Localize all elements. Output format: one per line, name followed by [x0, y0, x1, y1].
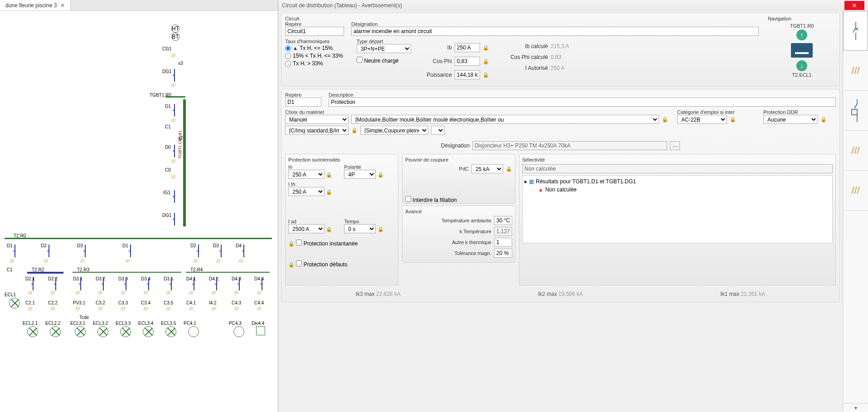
lock-icon: 🔒 [483, 72, 489, 78]
harm-gt33-radio[interactable] [285, 61, 291, 67]
interdire-checkbox[interactable] [405, 196, 411, 202]
close-button[interactable]: ✕ [844, 1, 864, 10]
choix1-select[interactable]: Manuel [285, 115, 349, 124]
harmonics-radio-group: ▲ Tx H. <= 15% 15% < Tx H. <= 33% Tx H. … [285, 44, 343, 68]
pouvoir-panel: Pouvoir de coupure PdC25 kA🔒 Interdire l… [402, 154, 515, 204]
title-bar: Circuit de distribution (Tableau) - Aver… [278, 0, 868, 11]
tool-breaker-icon[interactable]: ✕ [843, 11, 868, 51]
dg1-label: DG1 [162, 69, 172, 74]
tree-item[interactable]: ▸▦Résultats pour TGBT1.D1 et TGBT1.DG1 [524, 177, 830, 186]
inst-checkbox[interactable] [296, 240, 302, 245]
device-designation-display [472, 141, 667, 150]
designation-browse-button[interactable]: … [670, 141, 680, 150]
type-depart-select[interactable]: 3P+N+PE [357, 44, 411, 53]
autre-k-input[interactable] [494, 238, 512, 247]
device-repere-input[interactable] [285, 98, 321, 107]
selectivity-panel: Sélectivité ▸▦Résultats pour TGBT1.D1 et… [519, 154, 836, 285]
document-tab[interactable]: dune fleurie piscine 3 ✕ [0, 0, 71, 10]
svg-line-5 [854, 104, 857, 108]
lock-icon: 🔒 [288, 262, 295, 267]
ddr-select[interactable]: Aucune [763, 115, 818, 124]
device-description-input[interactable] [329, 98, 836, 107]
tab-bar: dune fleurie piscine 3 ✕ [0, 0, 278, 11]
selectivity-status [522, 164, 833, 173]
protection-panel: Protection surintensités In250 A 🔒 Polar… [285, 154, 398, 285]
lock-icon: 🔒 [662, 117, 668, 123]
nav-down-button[interactable]: ↓ [796, 60, 807, 71]
choix4b-select[interactable]: [] [431, 126, 445, 135]
tree-item[interactable]: ▲Non calculée [524, 186, 830, 194]
tempo-select[interactable]: 0 s [344, 224, 376, 233]
puissance-input[interactable] [455, 70, 480, 79]
temp-input[interactable] [494, 216, 512, 225]
cosphi-input[interactable] [455, 57, 480, 66]
lock-icon: 🔒 [378, 172, 384, 177]
tool-combo-icon[interactable] [843, 91, 868, 131]
tool-cable-icon[interactable]: /// [843, 51, 868, 91]
nav-up-button[interactable]: ↑ [796, 29, 807, 40]
tab-label: dune fleurie piscine 3 [5, 2, 57, 9]
choix2-select[interactable]: [Modulaire,Boîtier moulé,Boîtier moulé é… [351, 115, 659, 124]
scroll-down-icon[interactable]: ▾ [843, 403, 868, 412]
lock-icon: 🔒 [483, 59, 489, 64]
svg-text:✕: ✕ [854, 26, 859, 32]
choix3-select[interactable]: [C/Img standard,B/Img [285, 126, 349, 135]
tool-cable3-icon[interactable]: /// [843, 171, 868, 211]
diagram-panel: dune fleurie piscine 3 ✕ HT BT CG1 x3 //… [0, 0, 278, 412]
ith-select[interactable]: 250 A [288, 187, 325, 196]
svg-rect-6 [852, 109, 857, 115]
lock-icon: 🔒 [351, 128, 358, 133]
neutre-charge-checkbox[interactable] [357, 57, 363, 63]
window-title: Circuit de distribution (Tableau) - Aver… [282, 2, 844, 9]
transformer-bt: BT [171, 33, 179, 41]
navigation-box: Navigation TGBT1.R0 ↑ ↓ T2.ECL1 [768, 16, 836, 83]
lock-icon: 🔒 [326, 189, 332, 195]
lock-icon: 🔒 [378, 226, 384, 232]
cg1-label: CG1 [162, 46, 172, 51]
choix4-select[interactable]: [Simple,Coupure pleinement [360, 126, 428, 135]
tgbt-circuit-label: TGBT1 Circuit1 [178, 130, 182, 158]
electrical-diagram[interactable]: HT BT CG1 x3 /// DG1 /// TGBT1.R0 TGBT1 … [0, 11, 278, 412]
harm-15-radio[interactable] [285, 45, 291, 51]
device-section: Repère Description Choix du matériel Man… [281, 89, 840, 302]
avance-panel: Avancé Température ambiante k Températur… [402, 206, 515, 263]
lock-icon: 🔒 [326, 226, 332, 232]
k-display [494, 227, 512, 236]
ib-input[interactable] [455, 43, 480, 52]
categorie-select[interactable]: AC-22B [677, 115, 727, 124]
tol-input[interactable] [494, 249, 512, 258]
lock-icon: 🔒 [288, 241, 295, 246]
lock-icon: 🔒 [820, 117, 827, 123]
x3-label: x3 [178, 61, 183, 66]
defauts-checkbox[interactable] [296, 260, 302, 266]
lock-icon: 🔒 [506, 166, 512, 172]
harm-33-radio[interactable] [285, 53, 291, 59]
properties-panel: Circuit de distribution (Tableau) - Aver… [278, 0, 868, 412]
ik-row: Ik3 max 22,628 kA Ik2 max 19,596 kA Ik1 … [285, 289, 836, 299]
isd-select[interactable]: 2500 A [288, 224, 325, 233]
lock-icon: 🔒 [730, 117, 736, 123]
nav-board-icon[interactable] [791, 43, 813, 58]
tab-close-icon[interactable]: ✕ [60, 2, 65, 9]
pdc-select[interactable]: 25 kA [471, 164, 503, 173]
lock-icon: 🔒 [326, 172, 332, 177]
transformer-ht: HT [171, 25, 179, 33]
circuit-section: Circuit Repère Désignation [281, 13, 840, 86]
lock-icon: 🔒 [483, 45, 489, 51]
side-toolbar: ✕ /// /// /// ▾ [843, 11, 868, 412]
circuit-designation-input[interactable] [351, 27, 759, 36]
tgbt-bus [183, 99, 186, 226]
selectivity-tree[interactable]: ▸▦Résultats pour TGBT1.D1 et TGBT1.DG1 ▲… [522, 175, 833, 243]
circuit-repere-input[interactable] [285, 27, 344, 36]
form-area: Circuit Repère Désignation [278, 11, 843, 412]
tool-cable2-icon[interactable]: /// [843, 131, 868, 171]
polarite-select[interactable]: 4P [344, 170, 376, 179]
in-select[interactable]: 250 A [288, 170, 325, 179]
